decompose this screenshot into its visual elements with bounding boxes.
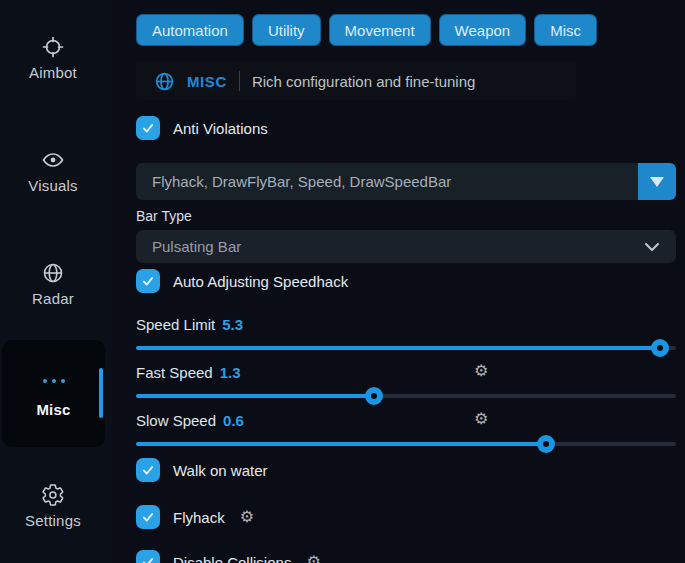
slider-fill [136,346,660,350]
check-icon [144,559,152,563]
anti-violations-checkbox[interactable] [136,116,160,140]
slider-group-fast-speed: Fast Speed 1.3 ⚙ [136,362,676,406]
checkbox-row-flyhack: Flyhack ⚙ [136,505,676,529]
checkbox-row-anti-violations: Anti Violations [136,116,676,140]
sidebar-item-aimbot[interactable]: Aimbot [0,35,106,81]
slider-label: Speed Limit [136,316,215,333]
tab-bar: Automation Utility Movement Weapon Misc [136,14,676,46]
slider-value: 0.6 [223,412,244,429]
sidebar-item-misc[interactable]: Misc [2,340,105,447]
sidebar: Aimbot Visuals Radar [0,0,112,563]
sidebar-item-label: Misc [36,401,70,418]
slider-label: Slow Speed [136,412,216,429]
checkbox-row-auto-adjusting-speedhack: Auto Adjusting Speedhack [136,269,676,293]
bar-type-value: Pulsating Bar [152,238,241,255]
sidebar-item-label: Settings [25,512,81,529]
gear-icon[interactable]: ⚙ [474,363,488,379]
bar-type-select[interactable]: Pulsating Bar [136,230,676,263]
main-panel: Automation Utility Movement Weapon Misc … [136,0,676,563]
slider-value: 5.3 [222,316,243,333]
slider-group-speed-limit: Speed Limit 5.3 [136,314,676,358]
sidebar-item-label: Radar [32,290,74,307]
section-subtitle: Rich configuration and fine-tuning [252,73,475,90]
fast-speed-slider-handle[interactable] [365,387,383,405]
slider-group-slow-speed: Slow Speed 0.6 ⚙ [136,410,676,454]
check-icon [144,514,152,520]
eye-icon [41,148,65,172]
tab-movement[interactable]: Movement [329,14,431,46]
section-header: MISC Rich configuration and fine-tuning [136,62,576,100]
checkbox-row-disable-collisions: Disable Collisions ⚙ [136,550,676,563]
slider-track [136,442,676,446]
gear-icon [41,483,65,507]
crosshair-icon [41,35,65,59]
gear-icon[interactable]: ⚙ [240,509,254,525]
slider-fill [136,394,374,398]
sidebar-item-settings[interactable]: Settings [0,483,106,529]
slider-track [136,346,676,350]
globe-icon [154,71,175,92]
bar-type-label: Bar Type [136,206,676,226]
active-indicator [99,368,103,418]
checkbox-label: Disable Collisions [173,554,291,563]
flyhack-checkbox[interactable] [136,505,160,529]
sidebar-item-label: Visuals [28,177,77,194]
checkbox-label: Flyhack [173,509,225,526]
tab-automation[interactable]: Automation [136,14,244,46]
checkbox-label: Anti Violations [173,120,268,137]
globe-icon [41,261,65,285]
fast-speed-slider[interactable] [136,386,676,406]
sidebar-item-radar[interactable]: Radar [0,261,106,307]
bar-flags-value: Flyhack, DrawFlyBar, Speed, DrawSpeedBar [136,173,451,190]
app-window: Aimbot Visuals Radar [0,0,685,563]
slider-track [136,394,676,398]
checkbox-row-walk-on-water: Walk on water [136,458,676,482]
divider [239,71,240,91]
slider-label: Fast Speed [136,364,213,381]
bar-flags-open-button[interactable] [638,163,676,200]
gear-icon[interactable]: ⚙ [306,554,320,563]
auto-adjusting-speedhack-checkbox[interactable] [136,269,160,293]
slider-value: 1.3 [220,364,241,381]
tab-utility[interactable]: Utility [252,14,321,46]
check-icon [144,467,152,473]
sidebar-item-label: Aimbot [29,64,77,81]
ellipsis-icon [42,369,66,393]
walk-on-water-checkbox[interactable] [136,458,160,482]
speed-limit-slider[interactable] [136,338,676,358]
checkbox-label: Walk on water [173,462,267,479]
chevron-down-icon [644,242,660,252]
slow-speed-slider[interactable] [136,434,676,454]
tab-misc[interactable]: Misc [534,14,597,46]
tab-weapon[interactable]: Weapon [439,14,527,46]
check-icon [144,278,152,284]
check-icon [144,125,152,131]
gear-icon[interactable]: ⚙ [474,411,488,427]
bar-flags-select[interactable]: Flyhack, DrawFlyBar, Speed, DrawSpeedBar [136,163,676,200]
section-title: MISC [187,73,227,90]
disable-collisions-checkbox[interactable] [136,550,160,563]
triangle-down-icon [650,177,664,187]
sidebar-item-visuals[interactable]: Visuals [0,148,106,194]
slider-fill [136,442,546,446]
slow-speed-slider-handle[interactable] [537,435,555,453]
speed-limit-slider-handle[interactable] [651,339,669,357]
checkbox-label: Auto Adjusting Speedhack [173,273,348,290]
